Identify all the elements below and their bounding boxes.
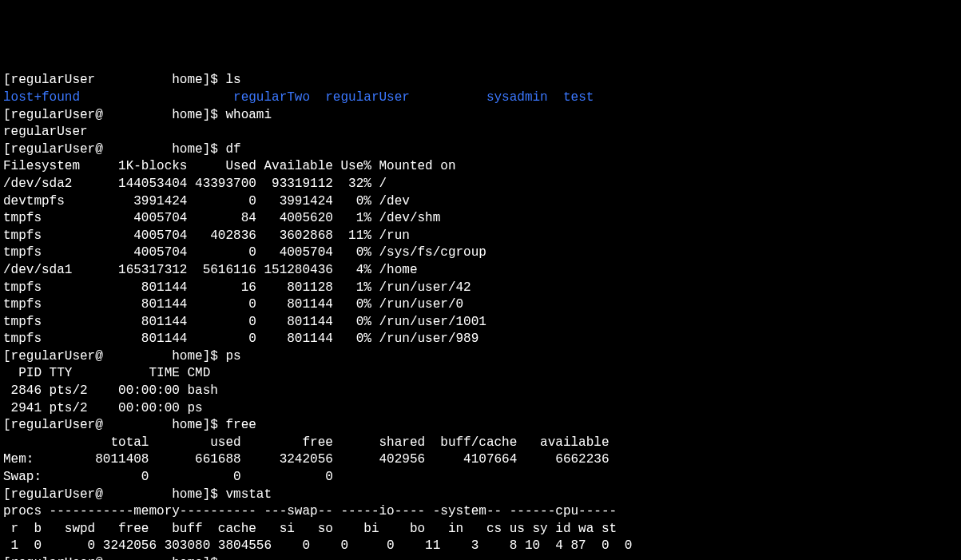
prompt-prefix: [regularUser@ home]$	[3, 108, 225, 122]
terminal-line: Mem: 8011408 661688 3242056 402956 41076…	[3, 451, 958, 469]
prompt-prefix: [regularUser@ home]$	[3, 142, 225, 157]
terminal-line: r b swpd free buff cache si so bi bo in …	[3, 521, 958, 538]
command-text: whoami	[225, 108, 272, 122]
directory-entry: regularUser	[325, 90, 486, 105]
terminal-line: tmpfs 4005704 0 4005704 0% /sys/fs/cgrou…	[3, 244, 958, 262]
terminal-output[interactable]: [regularUser home]$ lslost+found regular…	[3, 72, 958, 560]
terminal-line: Swap: 0 0 0	[3, 469, 958, 487]
command-text: ps	[225, 349, 240, 363]
prompt-prefix: [regularUser home]$	[3, 73, 225, 87]
command-text: ls	[225, 73, 240, 87]
terminal-line: [regularUser@ home]$ whoami	[3, 107, 958, 125]
terminal-line: tmpfs 801144 0 801144 0% /run/user/989	[3, 331, 958, 348]
directory-entry: test	[563, 90, 594, 105]
terminal-line: 2941 pts/2 00:00:00 ps	[3, 400, 958, 418]
terminal-line: [regularUser@ home]$	[3, 555, 958, 560]
terminal-line: /dev/sda2 144053404 43393700 93319112 32…	[3, 176, 958, 193]
prompt-prefix: [regularUser@ home]$	[3, 556, 225, 560]
terminal-line: tmpfs 801144 16 801128 1% /run/user/42	[3, 280, 958, 297]
prompt-prefix: [regularUser@ home]$	[3, 487, 225, 502]
terminal-line: [regularUser@ home]$ ps	[3, 348, 958, 366]
terminal-line: [regularUser@ home]$ vmstat	[3, 487, 958, 504]
terminal-line: regularUser	[3, 124, 958, 141]
terminal-line: total used free shared buff/cache availa…	[3, 435, 958, 452]
command-text: free	[225, 418, 256, 432]
terminal-line: tmpfs 801144 0 801144 0% /run/user/0	[3, 296, 958, 314]
terminal-line: 1 0 0 3242056 303080 3804556 0 0 0 11 3 …	[3, 538, 958, 555]
directory-entry: lost+found	[3, 90, 233, 105]
terminal-line: tmpfs 801144 0 801144 0% /run/user/1001	[3, 314, 958, 332]
terminal-line: /dev/sda1 165317312 5616116 151280436 4%…	[3, 262, 958, 280]
terminal-line: tmpfs 4005704 402836 3602868 11% /run	[3, 228, 958, 245]
directory-entry: sysadmin	[486, 90, 563, 105]
prompt-prefix: [regularUser@ home]$	[3, 418, 225, 432]
command-text: df	[225, 142, 240, 157]
terminal-line: [regularUser@ home]$ free	[3, 417, 958, 435]
terminal-line: Filesystem 1K-blocks Used Available Use%…	[3, 158, 958, 176]
terminal-line: devtmpfs 3991424 0 3991424 0% /dev	[3, 193, 958, 211]
terminal-line: [regularUser home]$ ls	[3, 72, 958, 89]
terminal-line: [regularUser@ home]$ df	[3, 141, 958, 159]
terminal-line: 2846 pts/2 00:00:00 bash	[3, 383, 958, 400]
command-text: vmstat	[225, 487, 272, 502]
terminal-line: procs -----------memory---------- ---swa…	[3, 503, 958, 521]
directory-entry: regularTwo	[233, 90, 325, 105]
terminal-line: lost+found regularTwo regularUser sysadm…	[3, 89, 958, 107]
terminal-line: tmpfs 4005704 84 4005620 1% /dev/shm	[3, 210, 958, 228]
prompt-prefix: [regularUser@ home]$	[3, 349, 225, 363]
terminal-line: PID TTY TIME CMD	[3, 365, 958, 383]
